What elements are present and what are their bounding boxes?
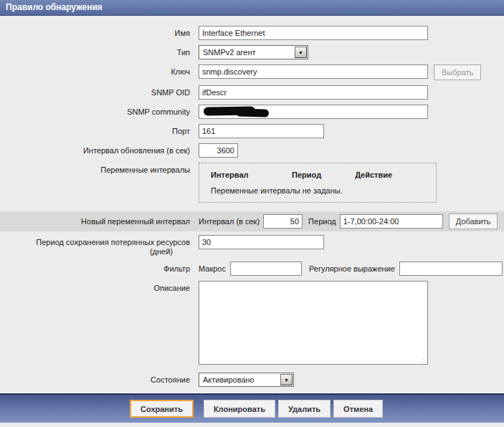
filter-label: Фильтр [0, 262, 190, 274]
discovery-rule-form: Имя Тип SNMPv2 агент ▼ Ключ Выбрать [0, 16, 504, 392]
keep-lost-resources-input[interactable] [199, 235, 324, 249]
cancel-button[interactable]: Отмена [333, 400, 383, 418]
row-name: Имя [0, 26, 504, 40]
type-select[interactable]: SNMPv2 агент ▼ [199, 45, 308, 59]
update-interval-input[interactable] [199, 143, 238, 158]
row-flexible-intervals: Переменные интервалы Интервал Период Дей… [0, 163, 504, 203]
keep-lost-resources-label-line1: Период сохранения потерянных ресурсов [0, 238, 190, 247]
port-label: Порт [0, 124, 190, 136]
flexible-intervals-box: Интервал Период Действие Переменные инте… [199, 163, 437, 203]
keep-lost-resources-label-line2: (дней) [0, 247, 190, 256]
row-keep-lost-resources: Период сохранения потерянных ресурсов (д… [0, 235, 504, 256]
update-interval-label: Интервал обновления (в сек) [0, 143, 190, 155]
row-port: Порт [0, 124, 504, 138]
status-select[interactable]: Активировано ▼ [199, 373, 294, 387]
name-input[interactable] [199, 26, 428, 40]
keep-lost-resources-label: Период сохранения потерянных ресурсов (д… [0, 235, 190, 256]
row-update-interval: Интервал обновления (в сек) [0, 143, 504, 158]
filter-macro-label: Макрос [199, 264, 226, 273]
row-snmp-community: SNMP community [0, 105, 504, 119]
new-period-input[interactable] [340, 214, 443, 229]
name-label: Имя [0, 26, 190, 38]
filter-regexp-input[interactable] [399, 262, 503, 276]
clone-button[interactable]: Клонировать [204, 400, 275, 418]
flexible-intervals-label: Переменные интервалы [0, 163, 190, 175]
snmp-oid-label: SNMP OID [0, 85, 190, 97]
new-flexible-interval-label: Новый переменный интервал [0, 217, 190, 226]
add-interval-button[interactable]: Добавить [449, 214, 498, 229]
column-header-interval: Интервал [211, 171, 290, 179]
new-flexible-interval-band: Новый переменный интервал Интервал (в се… [0, 211, 504, 231]
page-title: Правило обнаружения [0, 0, 504, 16]
type-label: Тип [0, 45, 190, 57]
new-interval-seconds-label: Интервал (в сек) [199, 217, 260, 226]
delete-button[interactable]: Удалить [278, 400, 331, 418]
save-button[interactable]: Сохранить [130, 400, 194, 418]
redaction-mark [236, 108, 269, 117]
type-select-value: SNMPv2 агент [199, 46, 294, 59]
status-label: Состояние [0, 373, 190, 385]
key-select-button[interactable]: Выбрать [434, 64, 481, 80]
new-interval-input[interactable] [263, 214, 303, 229]
column-header-action: Действие [355, 171, 392, 179]
row-key: Ключ Выбрать [0, 64, 504, 80]
footer-button-bar: Сохранить Клонировать Удалить Отмена [0, 395, 504, 423]
chevron-down-icon: ▼ [280, 374, 293, 385]
filter-macro-input[interactable] [230, 262, 302, 276]
column-header-period: Период [292, 171, 353, 179]
footer: Сохранить Клонировать Удалить Отмена [0, 392, 504, 427]
row-description: Описание .: [0, 281, 504, 366]
filter-regexp-label: Регулярное выражение [309, 264, 395, 273]
chevron-down-icon: ▼ [295, 47, 307, 58]
row-snmp-oid: SNMP OID [0, 85, 504, 100]
new-period-label: Период [308, 217, 336, 226]
footer-bottom-strip [0, 423, 504, 427]
row-status: Состояние Активировано ▼ [0, 373, 504, 387]
key-input[interactable] [199, 64, 428, 79]
description-label: Описание [0, 281, 190, 293]
resize-grip-icon[interactable]: .: [420, 357, 425, 364]
discovery-rule-page: Правило обнаружения Имя Тип SNMPv2 агент… [0, 0, 504, 427]
key-label: Ключ [0, 64, 190, 77]
flexible-intervals-headers: Интервал Период Действие [211, 171, 436, 179]
status-select-value: Активировано [199, 373, 280, 386]
row-type: Тип SNMPv2 агент ▼ [0, 45, 504, 59]
row-filter: Фильтр Макрос Регулярное выражение [0, 262, 504, 276]
flexible-intervals-empty-text: Переменные интервалы не заданы. [211, 186, 436, 195]
snmp-community-label: SNMP community [0, 105, 190, 117]
description-textarea[interactable] [199, 281, 428, 365]
port-input[interactable] [199, 124, 324, 138]
snmp-oid-input[interactable] [199, 85, 428, 100]
